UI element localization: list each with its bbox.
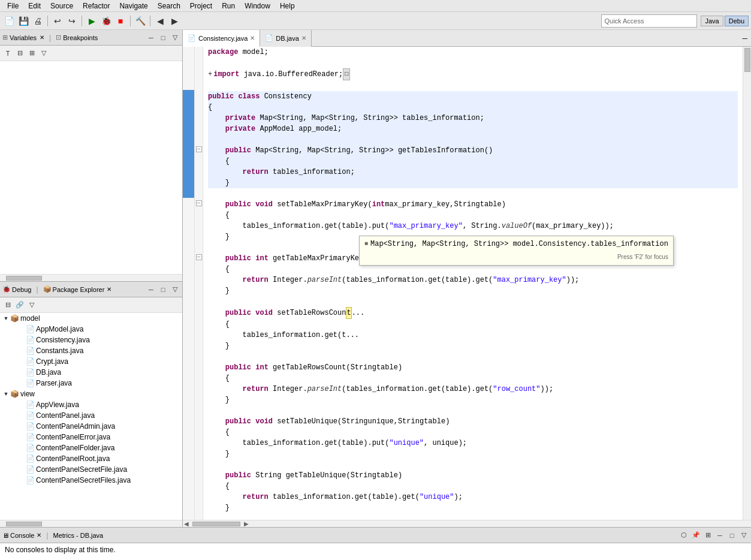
explorer-panel-header: 🐞 Debug | 📦 Package Explorer ✕ ─ □ ▽ <box>0 282 182 297</box>
model-label: model <box>20 314 40 323</box>
fg17 <box>195 219 203 230</box>
explorer-icon: 📦 <box>43 285 52 293</box>
gutter-blue-2 <box>183 101 194 112</box>
consistency-tab-close[interactable]: ✕ <box>250 35 255 41</box>
fg10[interactable]: ─ <box>195 144 203 155</box>
explorer-menu-btn[interactable]: ▽ <box>26 300 37 311</box>
viewmenu-console-btn[interactable]: ▽ <box>739 531 749 540</box>
open-console-btn[interactable]: ⬡ <box>679 531 689 540</box>
new-btn[interactable]: 📄 <box>2 14 16 28</box>
appmodel-item[interactable]: 📄 AppModel.java <box>0 324 182 335</box>
menu-help[interactable]: Help <box>275 1 300 11</box>
view-arrow[interactable]: ▼ <box>2 390 10 398</box>
editor-minimize-btn[interactable]: ─ <box>738 33 751 44</box>
code-content[interactable]: package model; + import java.io.Buffered… <box>203 47 743 520</box>
minimize-explorer-btn[interactable]: ─ <box>146 285 156 294</box>
fold-btn-2[interactable]: ─ <box>196 200 202 206</box>
prev-btn[interactable]: ◀ <box>153 14 167 28</box>
contentpaneladmin-item[interactable]: 📄 ContentPanelAdmin.java <box>0 421 182 432</box>
toolbar: 📄 💾 🖨 ↩ ↪ ▶ 🐞 ■ 🔨 ◀ ▶ Quick Access Java … <box>0 12 751 30</box>
stop-btn[interactable]: ■ <box>114 14 127 28</box>
model-package-item[interactable]: ▼ 📦 model <box>0 313 182 324</box>
maximize-explorer-btn[interactable]: □ <box>158 285 168 294</box>
maximize-console-btn[interactable]: □ <box>727 531 737 540</box>
debug-tab[interactable]: 🐞 Debug <box>2 285 31 293</box>
debug-btn[interactable]: 🐞 <box>99 14 113 28</box>
db-tab[interactable]: 📄 DB.java ✕ <box>260 30 312 47</box>
variables-close-icon[interactable]: ✕ <box>40 34 44 41</box>
collapse-btn[interactable]: ⊟ <box>14 48 25 59</box>
fg20[interactable]: ─ <box>195 252 203 263</box>
explorer-h-scrollbar[interactable] <box>0 520 182 527</box>
contentpanelerror-item[interactable]: 📄 ContentPanelError.java <box>0 432 182 442</box>
editor-h-scrollbar[interactable]: ◀ ▶ <box>183 520 751 527</box>
viewmenu-explorer-btn[interactable]: ▽ <box>170 285 180 294</box>
undo-btn[interactable]: ↩ <box>51 14 64 28</box>
constants-item[interactable]: 📄 Constants.java <box>0 345 182 356</box>
toolbar-sep-4 <box>150 16 150 26</box>
explorer-close-icon[interactable]: ✕ <box>107 286 111 293</box>
debug-perspective-btn[interactable]: Debu <box>725 16 749 26</box>
scroll-right-btn[interactable]: ▶ <box>243 520 250 527</box>
viewmenu-variables-btn[interactable]: ▽ <box>170 33 180 43</box>
crypt-item[interactable]: 📄 Crypt.java <box>0 356 182 367</box>
menu-project[interactable]: Project <box>185 1 217 11</box>
fold-btn-3[interactable]: ─ <box>196 254 202 260</box>
fold-btn-1[interactable]: ─ <box>196 146 202 152</box>
explorer-tab[interactable]: 📦 Package Explorer ✕ <box>43 285 112 293</box>
console-close-icon[interactable]: ✕ <box>37 532 41 538</box>
import-fold-btn[interactable]: + <box>208 69 212 80</box>
java-perspective-btn[interactable]: Java <box>701 16 723 26</box>
variables-tab[interactable]: ⊞ Variables ✕ <box>2 34 44 41</box>
consistency-tab[interactable]: 📄 Consistency.java ✕ <box>183 30 260 47</box>
contentpanelsecretfile-item[interactable]: 📄 ContentPanelSecretFile.java <box>0 464 182 475</box>
kw-void2: void <box>255 308 273 318</box>
breakpoints-tab[interactable]: ⊡ Breakpoints <box>56 34 98 41</box>
next-btn[interactable]: ▶ <box>168 14 181 28</box>
consistency-item[interactable]: 📄 Consistency.java <box>0 335 182 345</box>
menu-btn[interactable]: ▽ <box>38 48 49 59</box>
minimize-console-btn[interactable]: ─ <box>715 531 725 540</box>
contentpanel-item[interactable]: 📄 ContentPanel.java <box>0 410 182 421</box>
build-btn[interactable]: 🔨 <box>134 14 147 28</box>
db-item[interactable]: 📄 DB.java <box>0 367 182 378</box>
view-package-item[interactable]: ▼ 📦 view <box>0 389 182 399</box>
maximize-variables-btn[interactable]: □ <box>158 33 168 43</box>
menu-search[interactable]: Search <box>153 1 185 11</box>
menu-source[interactable]: Source <box>46 1 78 11</box>
run-btn[interactable]: ▶ <box>85 14 98 28</box>
menu-run[interactable]: Run <box>217 1 240 11</box>
console-tab[interactable]: 🖥 Console ✕ <box>2 532 41 539</box>
scroll-left-btn[interactable]: ◀ <box>183 520 190 527</box>
contentpanelfolder-item[interactable]: 📄 ContentPanelFolder.java <box>0 442 182 453</box>
menu-navigate[interactable]: Navigate <box>114 1 152 11</box>
db-tab-close[interactable]: ✕ <box>301 35 306 41</box>
kw-void3: void <box>255 416 273 427</box>
fg15[interactable]: ─ <box>195 198 203 209</box>
menu-window[interactable]: Window <box>240 1 275 11</box>
redo-btn[interactable]: ↪ <box>65 14 79 28</box>
kw-public3: public <box>225 199 251 210</box>
save-btn[interactable]: 💾 <box>17 14 30 28</box>
minimize-variables-btn[interactable]: ─ <box>146 33 156 43</box>
collapse-all-btn[interactable]: ⊟ <box>2 300 13 311</box>
model-arrow[interactable]: ▼ <box>2 315 10 322</box>
variables-h-scrollbar[interactable] <box>0 274 182 281</box>
print-btn[interactable]: 🖨 <box>31 14 44 28</box>
parser-item[interactable]: 📄 Parser.java <box>0 378 182 389</box>
view-menu-console-btn[interactable]: ⊞ <box>703 531 713 540</box>
menu-refactor[interactable]: Refactor <box>78 1 114 11</box>
menu-edit[interactable]: Edit <box>23 1 46 11</box>
appview-item[interactable]: 📄 AppView.java <box>0 399 182 410</box>
left-panel: ⊞ Variables ✕ | ⊡ Breakpoints ─ □ ▽ T <box>0 30 183 527</box>
metrics-tab[interactable]: Metrics - DB.java <box>53 532 103 539</box>
show-type-btn[interactable]: T <box>2 48 13 59</box>
pin-console-btn[interactable]: 📌 <box>691 531 701 540</box>
menu-file[interactable]: File <box>2 1 23 11</box>
layout-btn[interactable]: ⊞ <box>26 48 37 59</box>
editor-v-scrollbar[interactable] <box>743 47 751 520</box>
link-editor-btn[interactable]: 🔗 <box>14 300 25 311</box>
contentpanelsecretfiles-item[interactable]: 📄 ContentPanelSecretFiles.java <box>0 475 182 486</box>
quick-access-box[interactable]: Quick Access <box>601 14 697 28</box>
contentpanelroot-item[interactable]: 📄 ContentPanelRoot.java <box>0 453 182 464</box>
